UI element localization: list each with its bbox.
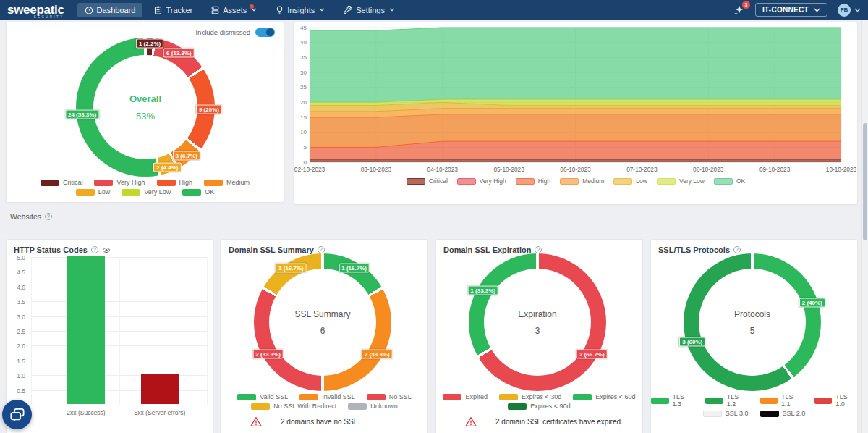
trend-area-chart[interactable]: 05101520253035404502-10-202303-10-202304… bbox=[294, 24, 857, 176]
legend-item[interactable]: Expires < 30d bbox=[499, 393, 561, 400]
legend-item[interactable]: Very High bbox=[457, 177, 506, 185]
include-dismissed-label: Include dismissed bbox=[195, 28, 250, 36]
nav-item-assets[interactable]: Assets bbox=[204, 3, 264, 17]
help-icon[interactable]: ? bbox=[45, 213, 52, 220]
navbar-right: 3 IT-CONNECT FB bbox=[733, 3, 861, 17]
legend-item[interactable]: Low bbox=[76, 188, 111, 196]
http-bar-chart[interactable]: 5.04.54.03.53.02.52.01.51.00.502xx (Succ… bbox=[7, 256, 213, 433]
include-dismissed-toggle[interactable] bbox=[255, 28, 275, 37]
bar-2xx-success-[interactable] bbox=[67, 256, 105, 404]
legend-item[interactable]: High bbox=[516, 177, 550, 185]
legend-item[interactable]: Valid SSL bbox=[237, 393, 288, 400]
gridline bbox=[31, 405, 208, 405]
legend-item[interactable]: SSL 3.0 bbox=[703, 410, 749, 417]
tenant-selector[interactable]: IT-CONNECT bbox=[755, 3, 827, 17]
scrollbar-thumb[interactable] bbox=[863, 123, 867, 240]
nav-items: DashboardTrackerAssetsInsightsSettings bbox=[77, 0, 402, 20]
legend-label: TLS 1.0 bbox=[835, 393, 857, 408]
legend-swatch bbox=[443, 394, 461, 400]
legend-item[interactable]: TLS 1.3 bbox=[651, 393, 694, 408]
ssl-summary-donut-chart[interactable]: SSL Summary61 (16.7%)2 (33.3%)2 (33.3%)1… bbox=[254, 253, 391, 391]
svg-text:07-10-2023: 07-10-2023 bbox=[626, 166, 658, 173]
legend-item[interactable]: Unknown bbox=[348, 403, 398, 410]
legend-item[interactable]: Critical bbox=[41, 179, 83, 186]
legend-swatch bbox=[157, 180, 176, 186]
gridline bbox=[119, 257, 120, 405]
y-tick-label: 2.5 bbox=[8, 328, 25, 335]
help-icon[interactable]: ? bbox=[733, 246, 741, 253]
legend-label: Low bbox=[636, 177, 647, 185]
legend-item[interactable]: Very Low bbox=[122, 188, 171, 196]
legend-swatch bbox=[714, 178, 733, 185]
brand-logo[interactable]: sweepatic SECURITY bbox=[7, 4, 64, 16]
domain-ssl-summary-card: Domain SSL Summary ? SSL Summary61 (16.7… bbox=[221, 239, 428, 433]
legend-swatch bbox=[237, 394, 256, 400]
eye-icon[interactable] bbox=[102, 247, 111, 253]
warning-text: 2 domains have no SSL. bbox=[281, 418, 359, 426]
legend-swatch bbox=[651, 398, 669, 404]
svg-text:05-10-2023: 05-10-2023 bbox=[493, 166, 524, 173]
legend-swatch bbox=[516, 178, 535, 185]
donut-center-title: Expiration bbox=[518, 309, 556, 319]
legend-item[interactable]: TLS 1.2 bbox=[705, 393, 748, 408]
vertical-scrollbar[interactable] bbox=[861, 20, 868, 433]
ssl-expiration-legend: ExpiredExpires < 30dExpires < 60dExpires… bbox=[436, 393, 642, 410]
user-menu[interactable]: FB bbox=[838, 4, 861, 17]
chevron-down-icon bbox=[251, 8, 257, 12]
segment-label-chip: 2 (33.3%) bbox=[252, 349, 284, 358]
donut-center-value: 5 bbox=[750, 326, 755, 336]
legend-label: OK bbox=[736, 177, 745, 185]
legend-item[interactable]: Very High bbox=[94, 179, 145, 186]
overall-donut-chart[interactable]: Overall53%1 (2.2%)6 (13.3%)9 (20%)3 (6.7… bbox=[76, 38, 215, 177]
legend-item[interactable]: Medium bbox=[560, 177, 604, 185]
protocols-donut-chart[interactable]: Protocols52 (40%)3 (60%) bbox=[684, 253, 821, 391]
legend-swatch bbox=[122, 189, 140, 196]
overall-risk-card: Include dismissed Overall53%1 (2.2%)6 (1… bbox=[6, 22, 284, 203]
legend-item[interactable]: Invalid SSL bbox=[299, 393, 355, 400]
legend-item[interactable]: Very Low bbox=[657, 177, 705, 185]
svg-text:45: 45 bbox=[300, 25, 307, 31]
legend-item[interactable]: Expires < 60d bbox=[573, 393, 635, 400]
legend-item[interactable]: Expired bbox=[443, 393, 488, 400]
nav-item-dashboard[interactable]: Dashboard bbox=[77, 3, 143, 17]
nav-item-label: Settings bbox=[356, 6, 385, 14]
warning-triangle-icon bbox=[250, 416, 262, 427]
nav-item-tracker[interactable]: Tracker bbox=[147, 3, 200, 17]
notifications-button[interactable]: 3 bbox=[733, 4, 745, 16]
help-icon[interactable]: ? bbox=[91, 246, 98, 253]
y-tick-label: 5.0 bbox=[8, 254, 25, 261]
segment-label-chip: 3 (6.7%) bbox=[173, 151, 200, 161]
legend-row: Valid SSLInvalid SSLNo SSL bbox=[221, 393, 427, 400]
legend-item[interactable]: OK bbox=[182, 188, 214, 196]
nav-item-insights[interactable]: Insights bbox=[268, 3, 332, 17]
help-icon[interactable]: ? bbox=[318, 246, 325, 253]
legend-label: TLS 1.3 bbox=[673, 393, 694, 408]
chat-widget-button[interactable] bbox=[2, 400, 32, 429]
legend-item[interactable]: Critical bbox=[407, 177, 448, 185]
legend-label: Medium bbox=[582, 177, 604, 185]
legend-label: SSL 3.0 bbox=[726, 410, 749, 417]
legend-item[interactable]: Medium bbox=[204, 179, 250, 186]
help-icon[interactable]: ? bbox=[535, 246, 542, 253]
server-icon bbox=[211, 6, 219, 14]
ssl-expiration-donut-chart[interactable]: Expiration32 (66.7%)1 (33.3%) bbox=[469, 253, 606, 391]
y-tick-label: 4.0 bbox=[8, 284, 25, 291]
area-series bbox=[310, 28, 841, 162]
legend-swatch bbox=[560, 178, 579, 185]
svg-text:40: 40 bbox=[300, 39, 307, 46]
legend-item[interactable]: Low bbox=[613, 177, 647, 185]
nav-item-settings[interactable]: Settings bbox=[336, 3, 402, 17]
legend-item[interactable]: No SSL bbox=[367, 393, 412, 400]
legend-item[interactable]: SSL 2.0 bbox=[760, 410, 806, 417]
segment-label-chip: 1 (2.2%) bbox=[136, 39, 163, 49]
legend-item[interactable]: Expires < 90d bbox=[508, 403, 570, 410]
legend-item[interactable]: No SSL With Redirect bbox=[251, 403, 336, 410]
segment-label-chip: 2 (33.3%) bbox=[362, 349, 393, 358]
legend-item[interactable]: OK bbox=[714, 177, 745, 185]
legend-item[interactable]: High bbox=[157, 179, 193, 186]
legend-item[interactable]: TLS 1.1 bbox=[760, 393, 803, 408]
legend-row: SSL 3.0SSL 2.0 bbox=[651, 410, 857, 417]
bar-5xx-server-errors-[interactable] bbox=[141, 374, 179, 404]
legend-swatch bbox=[573, 394, 592, 400]
legend-item[interactable]: TLS 1.0 bbox=[814, 393, 857, 408]
